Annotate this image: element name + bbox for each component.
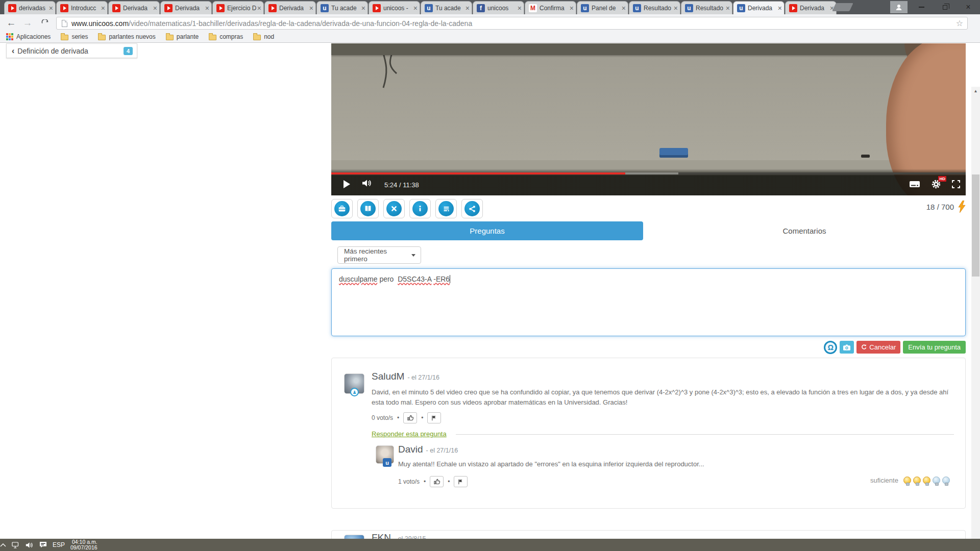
comment-author: FKN- el 29/8/15 <box>372 532 426 539</box>
browser-tab[interactable]: derivadas× <box>4 1 56 14</box>
back-nav-box[interactable]: ‹ Definición de derivada 4 <box>6 43 137 58</box>
comment-date: - el 29/8/15 <box>394 535 426 539</box>
tab-close-icon[interactable]: × <box>101 5 105 12</box>
comment-author: SaludM- el 27/1/16 <box>372 371 439 382</box>
back-button[interactable]: ← <box>4 16 18 30</box>
scroll-up-button[interactable]: ▲ <box>971 87 980 95</box>
browser-tab[interactable]: unicoos -× <box>369 1 420 14</box>
share-button[interactable] <box>461 199 483 218</box>
browser-tab[interactable]: Panel de× <box>577 1 628 14</box>
sort-dropdown[interactable]: Más recientes primero <box>337 246 421 264</box>
reply-link[interactable]: Responder esta pregunta <box>372 430 447 438</box>
tab-title: Confirma <box>540 5 569 12</box>
browser-tab[interactable]: Resultado× <box>629 1 680 14</box>
camera-icon <box>843 344 851 351</box>
tab-close-icon[interactable]: × <box>622 5 626 12</box>
bulb-rating[interactable] <box>903 477 950 484</box>
browser-tab[interactable]: Confirma× <box>525 1 576 14</box>
fullscreen-button[interactable] <box>951 180 961 191</box>
bookmark-star-icon[interactable]: ☆ <box>956 18 963 28</box>
speaker-icon[interactable] <box>26 542 34 548</box>
tab-close-icon[interactable]: × <box>309 5 313 12</box>
bookmark-folder[interactable]: parlantes nuevos <box>98 33 155 40</box>
tab-close-icon[interactable]: × <box>674 5 678 12</box>
browser-tab[interactable]: Derivada× <box>108 1 160 14</box>
bookmark-folder[interactable]: series <box>61 33 88 40</box>
window-minimize-button[interactable] <box>910 0 933 14</box>
bulb-off-icon[interactable] <box>942 477 950 484</box>
browser-tab[interactable]: Tu acade× <box>421 1 472 14</box>
tab-close-icon[interactable]: × <box>413 5 418 12</box>
refresh-button[interactable] <box>38 16 52 30</box>
language-indicator[interactable]: ESP <box>53 541 65 548</box>
volume-button[interactable] <box>361 179 373 189</box>
briefcase-button[interactable] <box>331 199 353 218</box>
bulb-lit-icon[interactable] <box>903 477 911 484</box>
tab-close-icon[interactable]: × <box>49 5 53 12</box>
camera-button[interactable] <box>840 341 854 354</box>
bulb-off-icon[interactable] <box>933 477 940 484</box>
browser-tab-active[interactable]: Derivada× <box>733 1 785 14</box>
info-button[interactable] <box>409 199 431 218</box>
clock[interactable]: 04:10 a.m. 09/07/2016 <box>70 539 97 550</box>
tab-close-icon[interactable]: × <box>205 5 209 12</box>
browser-tab[interactable]: Resultado× <box>681 1 732 14</box>
network-icon[interactable] <box>12 542 20 548</box>
tab-close-icon[interactable]: × <box>257 5 261 12</box>
profile-avatar-button[interactable] <box>890 1 908 13</box>
settings-button[interactable]: HD <box>931 179 941 191</box>
bulb-lit-icon[interactable] <box>913 477 921 484</box>
page-scrollbar[interactable]: ▲ ▼ <box>971 87 980 539</box>
thumbs-up-button[interactable] <box>430 476 444 487</box>
tab-close-icon[interactable]: × <box>726 5 730 12</box>
bookmark-folder[interactable]: compras <box>209 33 243 40</box>
avatar[interactable] <box>344 535 364 539</box>
play-button[interactable] <box>344 180 350 188</box>
tab-preguntas[interactable]: Preguntas <box>331 221 643 240</box>
browser-tab[interactable]: Derivada× <box>785 1 837 14</box>
browser-tab[interactable]: Tu acade× <box>316 1 368 14</box>
question-textarea[interactable]: dusculpame pero D5SC43-A -ER6 <box>331 268 966 336</box>
bookmark-apps[interactable]: Aplicaciones <box>6 33 51 40</box>
action-center-icon[interactable] <box>39 541 47 548</box>
list-button[interactable] <box>435 199 457 218</box>
tab-title: unicoos - <box>383 5 412 12</box>
tab-close-icon[interactable]: × <box>570 5 574 12</box>
bookmark-folder[interactable]: parlante <box>166 33 199 40</box>
close-x-button[interactable] <box>383 199 405 218</box>
submit-question-button[interactable]: Envía tu pregunta <box>903 341 966 354</box>
new-tab-button[interactable] <box>832 3 853 11</box>
browser-tab[interactable]: unicoos× <box>473 1 524 14</box>
math-symbols-button[interactable]: Ω <box>824 341 837 354</box>
window-restore-button[interactable] <box>933 0 957 14</box>
tab-close-icon[interactable]: × <box>778 5 782 12</box>
address-bar[interactable]: www.unicoos.com /video/matematicas/1-bac… <box>56 17 968 30</box>
scrollbar-thumb[interactable] <box>972 174 979 277</box>
tab-comentarios[interactable]: Comentarios <box>643 221 966 240</box>
video-progress-bar[interactable] <box>331 172 966 174</box>
thumbs-up-button[interactable] <box>403 412 417 423</box>
forward-button[interactable]: → <box>20 16 35 30</box>
browser-tab[interactable]: Derivada× <box>264 1 316 14</box>
video-player[interactable]: 5:24 / 11:38 HD <box>331 43 966 195</box>
tab-title: Panel de <box>592 5 621 12</box>
tab-close-icon[interactable]: × <box>153 5 157 12</box>
vote-count: 0 voto/s <box>372 414 393 421</box>
tab-close-icon[interactable]: × <box>361 5 365 12</box>
flag-button[interactable] <box>427 412 441 423</box>
bookmark-folder[interactable]: nod <box>253 33 274 40</box>
cancel-button[interactable]: Cancelar <box>856 341 900 354</box>
browser-tab[interactable]: Derivada× <box>160 1 212 14</box>
flag-button[interactable] <box>454 476 468 487</box>
subtitles-icon <box>909 180 921 188</box>
tab-close-icon[interactable]: × <box>518 5 522 12</box>
window-close-button[interactable]: × <box>957 0 980 14</box>
tray-expand-icon[interactable] <box>0 543 6 547</box>
tab-title: Derivada <box>279 5 308 12</box>
browser-tab[interactable]: Introducc× <box>56 1 108 14</box>
book-button[interactable] <box>357 199 379 218</box>
subtitles-button[interactable] <box>909 180 921 190</box>
browser-tab[interactable]: Ejercicio D× <box>212 1 264 14</box>
bulb-lit-icon[interactable] <box>923 477 930 484</box>
tab-close-icon[interactable]: × <box>465 5 470 12</box>
